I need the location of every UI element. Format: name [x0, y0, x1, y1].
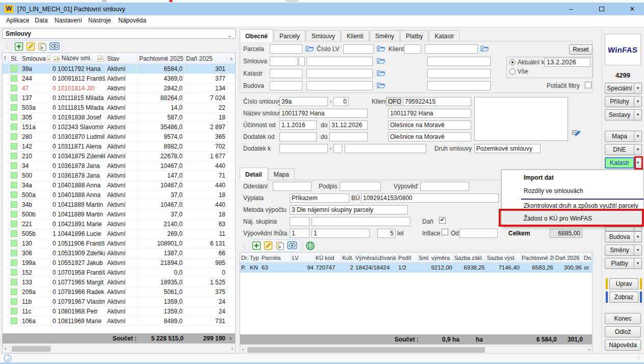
cislo-smlouvy-sub-input[interactable]: 0: [333, 97, 349, 106]
sidebar-button-smeny[interactable]: Směny▼: [605, 245, 642, 256]
naj-skupina-input[interactable]: [290, 217, 310, 226]
scroll-left-icon[interactable]: ‹: [5, 346, 6, 351]
copy-parcel-icon[interactable]: [275, 241, 285, 250]
chevron-down-icon[interactable]: ▼: [634, 96, 642, 107]
dodatek-k-input[interactable]: [279, 144, 328, 153]
metoda-vypoctu-input[interactable]: 3 Dle nájemní skupiny parcely: [290, 205, 408, 214]
add-record-icon[interactable]: [14, 42, 23, 51]
naj-skupina-name-input[interactable]: [312, 217, 410, 226]
open-folder-icon[interactable]: [377, 81, 385, 89]
tab-obecne[interactable]: Obecné: [240, 29, 273, 42]
sidebar-button-mapa[interactable]: Mapa▼: [605, 131, 642, 142]
druh-smlouvy-input[interactable]: Pozemkové smlouvy: [474, 144, 540, 153]
col-dan-2026[interactable]: Daň 2026: [554, 253, 583, 262]
parcela-input[interactable]: [270, 44, 302, 54]
table-row[interactable]: 151a0 102343 SlavomírAktivní35486,02 897: [3, 123, 235, 132]
tab-parcely[interactable]: Parcely: [274, 30, 305, 42]
bu-input[interactable]: 1092914153/0800: [361, 193, 499, 203]
table-row[interactable]: 34b0 10411889 MartinAktivní10467,0440: [3, 200, 235, 210]
table-row[interactable]: 11b0 10791967 VlastimAktivní1359,024: [3, 297, 235, 307]
open-folder-icon[interactable]: [480, 44, 489, 52]
map-globe-icon[interactable]: [305, 241, 315, 251]
col-dan[interactable]: Daň 2025: [185, 53, 227, 64]
adresa-field-2[interactable]: Olešnice na Moravě: [388, 132, 471, 141]
resize-grip[interactable]: ⟋: [637, 355, 643, 361]
date-input[interactable]: 13.2.2026: [545, 58, 590, 67]
add-parcel-icon[interactable]: [252, 241, 261, 250]
cislo-lv-input[interactable]: [343, 44, 374, 54]
close-button[interactable]: ✕: [625, 5, 640, 13]
budova-input[interactable]: [270, 81, 302, 90]
maximize-button[interactable]: [594, 5, 609, 13]
view-record-icon[interactable]: [49, 42, 60, 51]
table-row[interactable]: 2440 10091812 FrantišAktivní4369,0377: [3, 74, 235, 84]
table-row[interactable]: 1420 10311871 AlenaAktivní8982,0702: [3, 142, 235, 152]
col-sazba-vysl[interactable]: Sazba výsl.: [486, 253, 521, 262]
dodatek-k-sub-input[interactable]: [333, 144, 342, 153]
smlouva-input[interactable]: [270, 57, 298, 66]
col-vymera[interactable]: Výměra/užívaná: [354, 253, 397, 262]
col-sazba-zakl[interactable]: Sazba zákl.: [453, 253, 486, 262]
tab-smlouvy[interactable]: Smlouvy: [306, 30, 341, 42]
vypoved-input[interactable]: [420, 182, 469, 191]
parcel-row[interactable]: P. KN 63 94 720747 2 18424/18424 1/2 921…: [240, 263, 592, 273]
table-row[interactable]: 2800 10301870 LudmilAktivní9574,0365: [3, 132, 235, 142]
menu-item-import-dat[interactable]: Import dat: [502, 171, 643, 184]
table-row[interactable]: 5000 10361878 JanaAktivní147,071: [3, 171, 235, 181]
ucinnost-do-input[interactable]: 31.12.2026: [329, 120, 368, 130]
lhuta-roky-input[interactable]: 5: [377, 229, 396, 238]
dodatek-od-input[interactable]: [279, 132, 317, 141]
table-row[interactable]: 39a0 10011792 HanaAktivní6584,0301: [3, 64, 235, 74]
odloz-button[interactable]: Odlož: [605, 326, 641, 337]
col-nazev[interactable]: 3Název sml.1: [51, 53, 106, 64]
menu-napoveda[interactable]: Nápověda: [118, 17, 146, 24]
uprav-button[interactable]: Uprav: [609, 278, 638, 289]
col-dr[interactable]: Dr.: [240, 253, 249, 262]
cislo-smlouvy-input[interactable]: 39a: [279, 97, 328, 106]
katastr-name-input[interactable]: [306, 69, 373, 78]
open-folder-icon[interactable]: [377, 69, 385, 77]
col-lv[interactable]: LV: [291, 253, 315, 262]
klient-name-input[interactable]: [425, 44, 478, 54]
menu-item-rozdily[interactable]: Rozdíly ve smlouvách: [502, 184, 643, 198]
chevron-down-icon[interactable]: ▼: [634, 131, 642, 142]
table-row[interactable]: 199a0 10551927 JakubAktivní21894,0985: [3, 258, 235, 268]
dodatek-do-input[interactable]: [329, 132, 368, 141]
scroll-down-icon[interactable]: ∨: [227, 336, 235, 341]
edit-parcel-icon[interactable]: [264, 241, 273, 250]
scroll-left-icon[interactable]: ‹: [242, 347, 244, 352]
sidebar-button-partial[interactable]: [605, 227, 642, 231]
vyplata-input[interactable]: Příkazem: [290, 193, 349, 203]
sidebar-button-specialni[interactable]: Speciální▼: [605, 83, 642, 94]
adresa-field-1[interactable]: Olešnice na Moravě: [388, 120, 471, 130]
info-icon[interactable]: i: [4, 354, 12, 362]
konec-button[interactable]: Konec: [605, 313, 641, 324]
sidebar-button-sestavy[interactable]: Sestavy▼: [605, 109, 642, 120]
table-row[interactable]: 1330 10771965 MargitAktivní18935,01 525: [3, 278, 235, 287]
scroll-right-icon[interactable]: ›: [231, 346, 233, 351]
budova-right-input[interactable]: [427, 81, 491, 90]
radio-vse[interactable]: [509, 68, 516, 75]
open-folder-icon[interactable]: [377, 57, 385, 64]
sidebar-button-budova[interactable]: Budova▼: [605, 231, 642, 242]
chevron-down-icon[interactable]: ▼: [634, 144, 642, 155]
col-typ[interactable]: Typ: [249, 253, 261, 262]
col-podil[interactable]: Podíl: [397, 253, 418, 262]
inflace-checkbox[interactable]: [442, 229, 448, 235]
view-selector[interactable]: Smlouvy ⌄: [2, 29, 236, 39]
klient-typ-field[interactable]: OFO: [386, 97, 401, 106]
odeslani-input[interactable]: [273, 182, 312, 191]
parcel-hscrollbar[interactable]: ‹ ›: [240, 346, 592, 353]
budova-name-input[interactable]: [306, 81, 373, 90]
toolbar-grip[interactable]: ⋮: [4, 43, 10, 50]
col-pachtovne[interactable]: Pachtovné 2025: [138, 53, 185, 64]
sidebar-button-dne[interactable]: DNE▼: [605, 144, 642, 155]
col-stav[interactable]: Stav: [106, 53, 138, 64]
tab-platby[interactable]: Platby: [400, 30, 428, 42]
col-warning[interactable]: !: [3, 53, 9, 64]
chevron-down-icon[interactable]: ▼: [634, 245, 642, 256]
lhuta-input-2[interactable]: 1: [312, 229, 370, 238]
chevron-down-icon[interactable]: ▼: [634, 109, 642, 120]
col-pachtovne-2026[interactable]: Pachtovné 2026: [521, 253, 554, 262]
lhuta-input-1[interactable]: 1: [290, 229, 310, 238]
